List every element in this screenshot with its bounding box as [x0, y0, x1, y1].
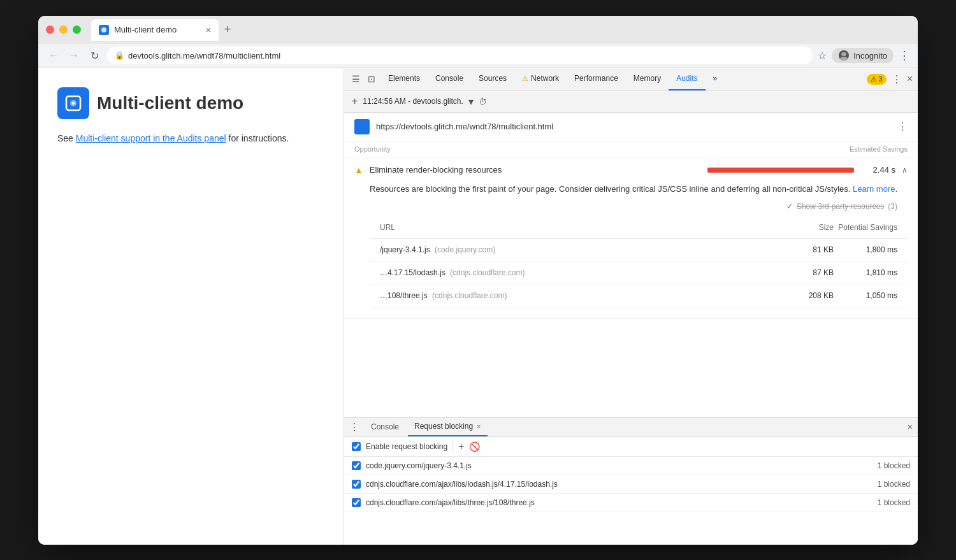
audit-dropdown-icon[interactable]: ▾: [468, 96, 474, 108]
rb-row-2-checkbox[interactable]: [352, 480, 361, 489]
tab-title: Multi-client demo: [114, 25, 177, 34]
tab-more[interactable]: »: [706, 68, 725, 91]
bottom-panel: ⋮ Console Request blocking × × Enable re…: [344, 417, 918, 545]
bottom-rb-close[interactable]: ×: [477, 422, 481, 430]
enable-rb-label: Enable request blocking: [366, 442, 447, 451]
audit-bar-container: [707, 168, 867, 173]
enable-rb-checkbox[interactable]: [352, 442, 361, 451]
tab-performance[interactable]: Performance: [567, 68, 626, 91]
rb-row-1-checkbox[interactable]: [352, 461, 361, 470]
rb-row-3-status: 1 blocked: [878, 498, 910, 507]
bookmark-icon[interactable]: ☆: [818, 50, 827, 62]
devtools-content: + 11:24:56 AM - devtools.glitch. ▾ ⏱ htt…: [344, 91, 918, 417]
devtools-layout-icon[interactable]: ⊡: [365, 71, 378, 87]
audit-item-warning-icon: ▲: [354, 165, 363, 175]
main-content: Multi-client demo See Multi-client suppo…: [38, 68, 918, 545]
page-logo: Multi-client demo: [57, 87, 324, 119]
rb-row-3[interactable]: cdnjs.cloudflare.com/ajax/libs/three.js/…: [344, 494, 918, 512]
logo-icon: [57, 87, 89, 119]
resource-name-1: /jquery-3.4.1.js: [380, 245, 430, 254]
resource-table: URL Size Potential Savings /jquery-3.4.1…: [370, 218, 908, 308]
page-title: Multi-client demo: [97, 93, 243, 113]
badge-warning-icon: ⚠: [871, 75, 877, 83]
svg-point-3: [840, 57, 848, 61]
rb-row-1[interactable]: code.jquery.com/jquery-3.4.1.js 1 blocke…: [344, 457, 918, 475]
page-content: Multi-client demo See Multi-client suppo…: [38, 68, 344, 545]
rb-row-1-status: 1 blocked: [878, 461, 910, 470]
title-bar: Multi-client demo × +: [38, 16, 918, 44]
resource-savings-2: 1,810 ms: [834, 267, 897, 279]
audit-url-menu[interactable]: ⋮: [897, 120, 908, 133]
browser-tab[interactable]: Multi-client demo ×: [91, 19, 219, 41]
audit-add-button[interactable]: +: [352, 96, 358, 107]
tab-memory[interactable]: Memory: [626, 68, 669, 91]
request-blocking-toolbar: Enable request blocking + 🚫: [344, 437, 918, 457]
rb-row-3-checkbox[interactable]: [352, 498, 361, 507]
bottom-tab-request-blocking[interactable]: Request blocking ×: [408, 417, 488, 436]
resource-table-header: URL Size Potential Savings: [370, 218, 908, 238]
audit-expand-button[interactable]: ∧: [902, 166, 908, 175]
incognito-button[interactable]: Incognito: [832, 48, 894, 63]
audit-item-render-blocking: ▲ Eliminate render-blocking resources 2.…: [344, 157, 918, 319]
rb-row-2-url: cdnjs.cloudflare.com/ajax/libs/lodash.js…: [366, 480, 873, 489]
back-button[interactable]: ←: [46, 50, 61, 61]
tab-console[interactable]: Console: [428, 68, 471, 91]
resource-name-3: …108/three.js: [380, 291, 428, 300]
audit-bar: [707, 168, 854, 173]
bottom-panel-close-button[interactable]: ×: [908, 422, 913, 432]
bottom-panel-menu-icon[interactable]: ⋮: [349, 421, 359, 433]
devtools-panel: ☰ ⊡ Elements Console Sources ⚠ Network: [344, 68, 918, 545]
forward-button[interactable]: →: [66, 50, 82, 61]
audit-page-header: https://devtools.glitch.me/wndt78/multic…: [344, 113, 918, 141]
tab-favicon: [99, 25, 109, 35]
estimated-savings-label: Estimated Savings: [850, 145, 908, 153]
tab-network[interactable]: ⚠ Network: [514, 68, 567, 91]
devtools-dock-icon[interactable]: ☰: [349, 71, 363, 87]
network-warning-icon: ⚠: [522, 75, 528, 83]
resource-row-3[interactable]: …108/three.js (cdnjs.cloudflare.com) 208…: [370, 285, 908, 308]
audit-item-header[interactable]: ▲ Eliminate render-blocking resources 2.…: [344, 157, 918, 183]
logo-svg: [64, 94, 83, 113]
resource-row-2[interactable]: …4.17.15/lodash.js (cdnjs.cloudflare.com…: [370, 262, 908, 285]
rb-row-2[interactable]: cdnjs.cloudflare.com/ajax/libs/lodash.js…: [344, 475, 918, 494]
maximize-button[interactable]: [73, 25, 81, 34]
tab-elements[interactable]: Elements: [380, 68, 428, 91]
rb-row-3-url: cdnjs.cloudflare.com/ajax/libs/three.js/…: [366, 498, 873, 507]
resource-size-3: 208 KB: [783, 290, 834, 302]
audits-panel-link[interactable]: Multi-client support in the Audits panel: [76, 133, 226, 143]
page-desc-prefix: See: [57, 133, 76, 143]
tab-close-button[interactable]: ×: [206, 25, 211, 35]
rb-add-button[interactable]: +: [458, 441, 464, 452]
learn-more-link[interactable]: Learn more: [853, 184, 895, 194]
address-bar: ← → ↻ 🔒 devtools.glitch.me/wndt78/multic…: [38, 44, 918, 68]
browser-menu-icon[interactable]: ⋮: [899, 48, 910, 62]
page-desc-suffix: for instructions.: [226, 133, 289, 143]
resource-size-2: 87 KB: [783, 267, 834, 279]
devtools-close-button[interactable]: ×: [907, 73, 913, 85]
bottom-tab-console[interactable]: Console: [365, 417, 405, 436]
page-description: See Multi-client support in the Audits p…: [57, 132, 324, 145]
reload-button[interactable]: ↻: [87, 50, 102, 62]
audit-clock-icon: ⏱: [479, 97, 487, 106]
devtools-menu-icon[interactable]: ⋮: [892, 73, 902, 85]
svg-point-6: [72, 102, 75, 104]
audit-item-description: Resources are blocking the first paint o…: [370, 183, 908, 196]
close-button[interactable]: [46, 25, 54, 34]
tab-sources-label: Sources: [479, 74, 507, 83]
address-text: devtools.glitch.me/wndt78/multiclient.ht…: [128, 51, 280, 61]
rb-separator: [453, 442, 453, 452]
minimize-button[interactable]: [59, 25, 68, 34]
browser-toolbar-right: ☆ Incognito ⋮: [818, 48, 910, 63]
address-input[interactable]: 🔒 devtools.glitch.me/wndt78/multiclient.…: [107, 47, 813, 64]
devtools-toolbar: ☰ ⊡ Elements Console Sources ⚠ Network: [344, 68, 918, 91]
resource-row-1[interactable]: /jquery-3.4.1.js (code.jquery.com) 81 KB…: [370, 239, 908, 262]
new-tab-button[interactable]: +: [219, 21, 236, 39]
svg-point-2: [841, 52, 846, 56]
resource-savings-1: 1,800 ms: [834, 244, 897, 256]
third-party-checkbox[interactable]: ✓: [786, 201, 793, 213]
rb-block-icon: 🚫: [469, 442, 480, 452]
tab-sources[interactable]: Sources: [471, 68, 514, 91]
audits-header: + 11:24:56 AM - devtools.glitch. ▾ ⏱: [344, 91, 918, 113]
third-party-row: ✓ Show 3rd-party resources (3): [370, 196, 908, 218]
tab-audits[interactable]: Audits: [669, 68, 705, 91]
